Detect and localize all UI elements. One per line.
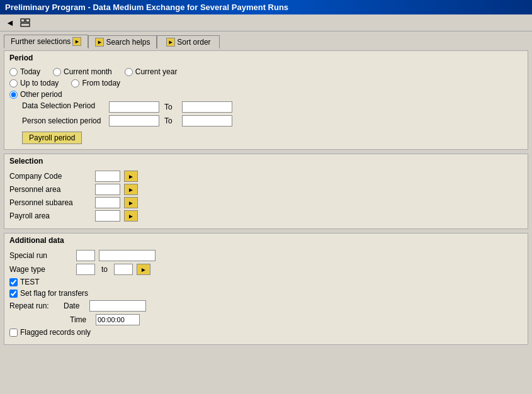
svg-rect-2	[21, 23, 30, 26]
flagged-records-row: Flagged records only	[9, 328, 523, 337]
data-selection-to-label: To	[164, 103, 177, 111]
radio-other-period-label: Other period	[20, 90, 62, 99]
payroll-period-button[interactable]: Payroll period	[22, 132, 82, 144]
sort-order-arrow: ►	[166, 38, 175, 47]
time-row: Time	[9, 314, 523, 325]
period-row-3: Other period	[9, 90, 523, 99]
further-selections-label: Further selections	[11, 37, 71, 46]
wage-type-to-input[interactable]	[114, 264, 133, 275]
flagged-records-label: Flagged records only	[20, 328, 91, 337]
payroll-area-arrow-btn[interactable]: ►	[124, 210, 138, 222]
window-title: Preliminary Program - Data Medium Exchan…	[5, 3, 288, 12]
radio-today-input[interactable]	[9, 68, 18, 76]
set-flag-checkbox[interactable]	[9, 290, 18, 298]
personnel-area-input[interactable]	[95, 184, 120, 195]
wage-type-input[interactable]	[76, 264, 95, 275]
person-selection-period-label: Person selection period	[22, 116, 104, 125]
svg-rect-1	[26, 19, 30, 22]
data-selection-period-label: Data Selection Period	[22, 101, 104, 110]
sort-order-label: Sort order	[177, 38, 210, 47]
radio-current-year-label: Current year	[135, 67, 178, 76]
radio-today[interactable]: Today	[9, 67, 40, 76]
flagged-records-checkbox[interactable]	[9, 329, 18, 337]
wage-type-to-label: to	[101, 265, 108, 274]
tab-search-helps[interactable]: ► Search helps	[88, 35, 157, 48]
personnel-subarea-label: Personnel subarea	[9, 198, 91, 207]
personnel-subarea-arrow-btn[interactable]: ►	[124, 197, 138, 208]
test-checkbox[interactable]	[9, 278, 18, 286]
tab-further-selections[interactable]: Further selections ►	[4, 35, 88, 48]
search-helps-arrow: ►	[95, 38, 104, 47]
main-content: Further selections ► ► Search helps ► So…	[0, 31, 532, 351]
layout-icon[interactable]	[19, 16, 31, 29]
further-selections-arrow: ►	[72, 37, 81, 46]
company-code-input[interactable]	[95, 171, 120, 182]
radio-current-month-input[interactable]	[53, 68, 61, 76]
repeat-run-row: Repeat run: Date	[9, 300, 523, 312]
search-helps-label: Search helps	[106, 38, 150, 47]
date-label: Date	[64, 301, 86, 310]
test-label: TEST	[20, 278, 40, 286]
radio-from-today[interactable]: From today	[71, 79, 120, 87]
set-flag-label: Set flag for transfers	[20, 289, 88, 298]
radio-up-to-today-label: Up to today	[20, 79, 59, 87]
time-input[interactable]	[96, 314, 140, 325]
special-run-row: Special run	[9, 250, 523, 261]
personnel-area-arrow-btn[interactable]: ►	[124, 184, 138, 195]
payroll-area-input[interactable]	[95, 210, 120, 222]
person-selection-to-input[interactable]	[182, 115, 232, 127]
special-run-input-2[interactable]	[99, 250, 156, 261]
back-icon[interactable]: ◄	[4, 16, 16, 29]
company-code-row: Company Code ►	[9, 171, 523, 182]
data-selection-row: Data Selection Period To	[9, 101, 523, 113]
radio-other-period-input[interactable]	[9, 91, 18, 99]
person-selection-from-input[interactable]	[109, 115, 159, 127]
company-code-arrow-btn[interactable]: ►	[124, 171, 138, 182]
period-section: Period Today Current month Current year …	[4, 50, 528, 150]
set-flag-row: Set flag for transfers	[9, 289, 523, 298]
personnel-subarea-row: Personnel subarea ►	[9, 197, 523, 208]
radio-up-to-today-input[interactable]	[9, 79, 18, 87]
tab-sort-order[interactable]: ► Sort order	[157, 35, 220, 48]
tabs-row: Further selections ► ► Search helps ► So…	[4, 34, 528, 48]
payroll-area-row: Payroll area ►	[9, 210, 523, 222]
wage-type-arrow-btn[interactable]: ►	[137, 264, 150, 275]
period-row-1: Today Current month Current year	[9, 67, 523, 76]
wage-type-label: Wage type	[9, 265, 72, 274]
data-selection-to-input[interactable]	[182, 101, 232, 113]
wage-type-row: Wage type to ►	[9, 264, 523, 275]
person-selection-row: Person selection period To	[9, 115, 523, 127]
radio-current-year[interactable]: Current year	[125, 67, 178, 76]
payroll-period-label: Payroll period	[29, 133, 75, 142]
period-title: Period	[9, 53, 523, 64]
radio-from-today-label: From today	[82, 79, 120, 87]
radio-from-today-input[interactable]	[71, 79, 79, 87]
test-checkbox-row: TEST	[9, 278, 523, 286]
radio-up-to-today[interactable]: Up to today	[9, 79, 59, 87]
additional-data-section: Additional data Special run Wage type to…	[4, 233, 528, 345]
selection-section: Selection Company Code ► Personnel area …	[4, 154, 528, 229]
radio-current-month[interactable]: Current month	[53, 67, 112, 76]
personnel-subarea-input[interactable]	[95, 197, 120, 208]
selection-title: Selection	[9, 157, 523, 167]
repeat-run-label: Repeat run:	[9, 301, 60, 310]
additional-data-title: Additional data	[9, 236, 523, 246]
payroll-area-label: Payroll area	[9, 211, 91, 220]
title-bar: Preliminary Program - Data Medium Exchan…	[0, 0, 532, 14]
period-row-2: Up to today From today	[9, 79, 523, 87]
radio-other-period[interactable]: Other period	[9, 90, 62, 99]
company-code-label: Company Code	[9, 172, 91, 181]
data-selection-from-input[interactable]	[109, 101, 159, 113]
personnel-area-row: Personnel area ►	[9, 184, 523, 195]
time-label: Time	[70, 315, 92, 324]
repeat-run-date-input[interactable]	[89, 300, 146, 312]
svg-rect-0	[21, 19, 25, 22]
personnel-area-label: Personnel area	[9, 185, 91, 194]
special-run-input-1[interactable]	[76, 250, 95, 261]
person-selection-to-label: To	[164, 116, 177, 125]
radio-current-year-input[interactable]	[125, 68, 133, 76]
toolbar: ◄	[0, 14, 532, 31]
special-run-label: Special run	[9, 251, 72, 260]
radio-current-month-label: Current month	[64, 67, 112, 76]
radio-today-label: Today	[20, 67, 40, 76]
